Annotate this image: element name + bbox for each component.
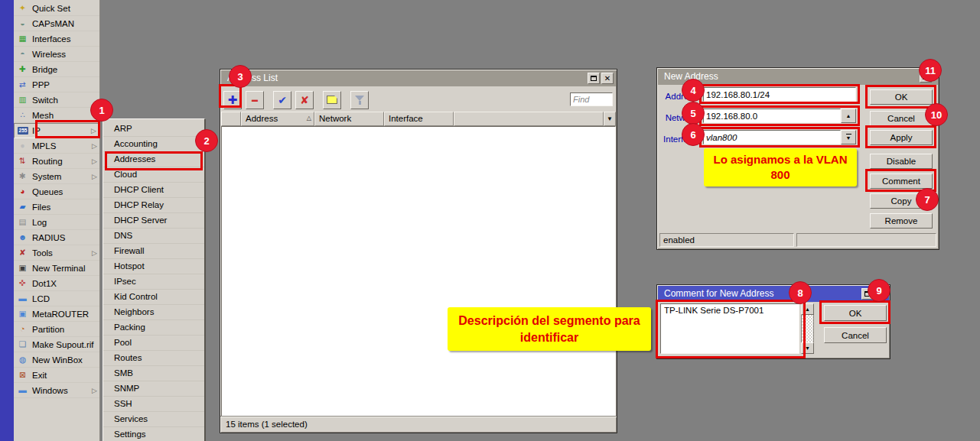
sidebar-item[interactable]: ▤ Log ▷: [14, 215, 99, 230]
comment-dialog-titlebar[interactable]: Comment for New Address: [658, 286, 889, 302]
maximize-icon: [591, 76, 597, 81]
sidebar-item[interactable]: ● MPLS ▷: [14, 138, 99, 154]
sidebar-item-label: Switch: [32, 96, 58, 105]
sidebar-item-label: Routing: [32, 157, 63, 166]
find-input[interactable]: [570, 92, 613, 106]
ip-submenu-item[interactable]: Services: [103, 412, 204, 427]
network-spinner-up[interactable]: ▲: [841, 109, 856, 123]
close-button[interactable]: ✕: [601, 73, 614, 84]
ip-submenu-item[interactable]: Pool: [103, 336, 204, 351]
ip-submenu-item[interactable]: ARP: [103, 122, 204, 137]
sidebar-item[interactable]: ◓ Wireless ▷: [14, 47, 99, 62]
sidebar-item[interactable]: ◍ New WinBox ▷: [14, 352, 99, 368]
sidebar-item[interactable]: ✘ Tools ▷: [14, 245, 99, 261]
address-list-titlebar[interactable]: Address List ✕: [221, 70, 616, 86]
disable-button[interactable]: ✘: [295, 91, 314, 109]
close-icon: ✕: [604, 70, 610, 86]
sidebar-item[interactable]: ▦ Interfaces ▷: [14, 31, 99, 47]
ip-submenu-item[interactable]: IPsec: [103, 274, 204, 290]
sidebar-item[interactable]: ◒ CAPsMAN ▷: [14, 16, 99, 31]
network-input[interactable]: [703, 109, 841, 123]
column-header-address[interactable]: Address △: [241, 112, 314, 126]
comment-button[interactable]: Comment: [870, 173, 933, 189]
remove-button[interactable]: Remove: [870, 213, 933, 229]
ip-submenu-item[interactable]: Addresses: [103, 152, 204, 167]
sidebar-item[interactable]: ◔ Partition ▷: [14, 322, 99, 337]
sidebar-item[interactable]: ❏ Make Supout.rif ▷: [14, 337, 99, 352]
sidebar-item[interactable]: ◕ Queues ▷: [14, 184, 99, 199]
ip-submenu-item[interactable]: SNMP: [103, 381, 204, 397]
remove-button[interactable]: ▬: [246, 91, 264, 109]
sidebar-item[interactable]: ✱ System ▷: [14, 169, 99, 184]
cancel-button[interactable]: Cancel: [824, 327, 887, 343]
ip-submenu-item[interactable]: Kid Control: [103, 290, 204, 305]
sidebar-item[interactable]: ✦ Quick Set ▷: [14, 1, 99, 16]
sidebar-item-label: CAPsMAN: [32, 19, 74, 28]
disable-button[interactable]: Disable: [870, 154, 933, 169]
sidebar-item-label: Mesh: [32, 111, 54, 120]
sidebar-item-icon: ◔: [17, 323, 28, 335]
enable-button[interactable]: ✔: [273, 91, 291, 109]
sidebar-item[interactable]: ⇅ Routing ▷: [14, 154, 99, 169]
ip-submenu-item[interactable]: Neighbors: [103, 305, 204, 320]
ip-submenu-item[interactable]: SSH: [103, 397, 204, 412]
sidebar-item-label: Partition: [32, 325, 64, 334]
apply-button[interactable]: Apply: [870, 130, 933, 145]
ip-submenu-item[interactable]: Hotspot: [103, 259, 204, 274]
comment-dialog-title: Comment for New Address: [664, 288, 773, 299]
filter-button[interactable]: [350, 91, 369, 109]
sidebar-item-icon: ✦: [17, 2, 28, 14]
ip-submenu-item[interactable]: Firewall: [103, 244, 204, 259]
ip-submenu-item[interactable]: Cloud: [103, 167, 204, 183]
sidebar-item[interactable]: 255 IP ▷: [14, 123, 99, 138]
sidebar-item-icon: ✜: [17, 277, 28, 289]
ip-submenu-item[interactable]: DNS: [103, 229, 204, 244]
comment-scrollbar[interactable]: ▲ ▼: [801, 303, 814, 354]
sidebar-item[interactable]: ⇄ PPP ▷: [14, 77, 99, 92]
column-header-network[interactable]: Network: [314, 112, 384, 126]
comment-tool-button[interactable]: [323, 91, 341, 109]
ip-submenu-item[interactable]: Routes: [103, 351, 204, 366]
ip-submenu-item[interactable]: DHCP Relay: [103, 198, 204, 213]
sidebar-item[interactable]: ▣ MetaROUTER ▷: [14, 306, 99, 322]
ip-submenu-item[interactable]: Accounting: [103, 137, 204, 152]
cancel-button[interactable]: Cancel: [870, 111, 933, 126]
ip-submenu-item[interactable]: DHCP Client: [103, 183, 204, 198]
ip-submenu-item[interactable]: Packing: [103, 320, 204, 336]
sidebar-item[interactable]: ⊠ Exit ▷: [14, 368, 99, 383]
interface-input[interactable]: [703, 130, 841, 144]
ok-button[interactable]: OK: [824, 305, 887, 321]
sidebar-item[interactable]: ▬ LCD ▷: [14, 291, 99, 306]
sidebar-item[interactable]: ▬ Windows ▷: [14, 383, 99, 398]
scrollbar-track[interactable]: [801, 315, 814, 342]
submenu-arrow-icon: ▷: [92, 387, 97, 394]
column-header-interface[interactable]: Interface: [384, 112, 454, 126]
sidebar-item[interactable]: ▥ Switch ▷: [14, 92, 99, 108]
sidebar-item-label: Tools: [32, 248, 53, 258]
ip-submenu-item[interactable]: SMB: [103, 366, 204, 381]
comment-textarea[interactable]: TP-LINK Serie DS-P7001: [660, 303, 799, 354]
sidebar-item[interactable]: ☻ RADIUS ▷: [14, 230, 99, 245]
arrow-up-icon: ▲: [846, 113, 851, 118]
ip-submenu-item[interactable]: DHCP Server: [103, 213, 204, 229]
column-select-dropdown[interactable]: ▼: [604, 112, 616, 126]
maximize-button[interactable]: [588, 73, 600, 84]
sidebar-item[interactable]: ▣ New Terminal ▷: [14, 261, 99, 276]
sidebar-item-label: Queues: [32, 187, 63, 196]
step-badge-1: 1: [90, 99, 113, 122]
sidebar-item[interactable]: ✚ Bridge ▷: [14, 62, 99, 77]
scroll-up-button[interactable]: ▲: [801, 303, 814, 315]
step-badge-7: 7: [916, 188, 939, 211]
ip-submenu-item[interactable]: Settings: [103, 427, 204, 441]
sidebar-item[interactable]: ✜ Dot1X ▷: [14, 276, 99, 291]
interface-dropdown[interactable]: ▼: [841, 130, 856, 144]
address-input[interactable]: [703, 87, 856, 102]
add-button[interactable]: ✚: [223, 91, 242, 109]
sidebar-item[interactable]: ∴ Mesh ▷: [14, 108, 99, 123]
address-list-table-body[interactable]: [221, 126, 616, 417]
ok-button[interactable]: OK: [870, 89, 933, 105]
scroll-down-button[interactable]: ▼: [801, 342, 814, 354]
sidebar-item-label: IP: [32, 126, 41, 135]
sidebar-item-label: Log: [32, 218, 47, 227]
sidebar-item[interactable]: ▰ Files ▷: [14, 199, 99, 215]
